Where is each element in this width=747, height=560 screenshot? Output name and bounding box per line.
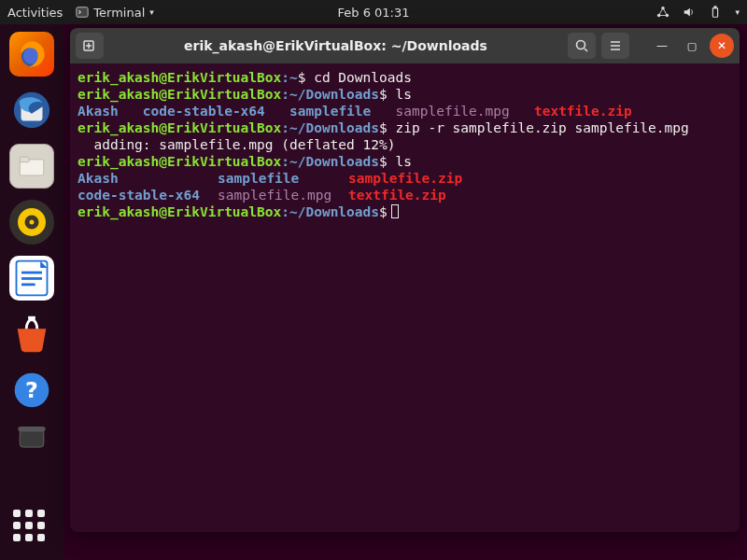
svg-text:?: ? bbox=[25, 377, 38, 403]
dock-help[interactable]: ? bbox=[9, 368, 54, 413]
activities-button[interactable]: Activities bbox=[7, 6, 63, 20]
svg-point-12 bbox=[30, 220, 35, 225]
gnome-topbar: Activities Terminal ▾ Feb 6 01:31 ▾ bbox=[0, 0, 747, 24]
term-line: Akash code-stable-x64 samplefile samplef… bbox=[78, 103, 732, 119]
svg-rect-14 bbox=[21, 272, 42, 274]
svg-rect-9 bbox=[20, 157, 29, 162]
term-line: adding: samplefile.mpg (deflated 12%) bbox=[78, 136, 732, 153]
volume-icon[interactable] bbox=[683, 6, 696, 19]
svg-rect-17 bbox=[28, 316, 35, 320]
window-title: erik_akash@ErikVirtualBox: ~/Downloads bbox=[109, 38, 562, 53]
svg-rect-0 bbox=[77, 7, 88, 18]
svg-rect-21 bbox=[18, 427, 45, 432]
search-button[interactable] bbox=[568, 33, 596, 59]
clock-label: Feb 6 01:31 bbox=[337, 6, 409, 20]
term-line: erik_akash@ErikVirtualBox:~/Downloads$ z… bbox=[78, 119, 732, 136]
new-tab-button[interactable] bbox=[76, 33, 104, 59]
app-menu-label: Terminal bbox=[93, 6, 145, 20]
svg-rect-5 bbox=[715, 7, 717, 8]
activities-label: Activities bbox=[7, 6, 63, 20]
dock-trash[interactable] bbox=[9, 424, 54, 452]
svg-rect-16 bbox=[21, 284, 35, 287]
dock-thunderbird[interactable] bbox=[9, 88, 54, 133]
minimize-button[interactable] bbox=[650, 34, 674, 58]
clock[interactable]: Feb 6 01:31 bbox=[337, 6, 409, 20]
term-line: Akashsamplefilesamplefile.zip bbox=[78, 170, 732, 187]
svg-rect-20 bbox=[20, 430, 44, 447]
term-line: code-stable-x64samplefile.mpgtextfile.zi… bbox=[78, 187, 732, 203]
maximize-button[interactable] bbox=[680, 34, 704, 58]
terminal-icon bbox=[76, 6, 89, 19]
battery-icon[interactable] bbox=[709, 6, 722, 19]
terminal-window: erik_akash@ErikVirtualBox: ~/Downloads e… bbox=[70, 28, 740, 532]
svg-point-23 bbox=[577, 41, 585, 49]
show-applications-button[interactable] bbox=[13, 510, 50, 547]
term-line: erik_akash@ErikVirtualBox:~/Downloads$ l… bbox=[78, 153, 732, 170]
chevron-down-icon: ▾ bbox=[149, 7, 154, 17]
close-button[interactable] bbox=[710, 34, 734, 58]
term-line: erik_akash@ErikVirtualBox:~$ cd Download… bbox=[78, 69, 732, 86]
terminal-body[interactable]: erik_akash@ErikVirtualBox:~$ cd Download… bbox=[70, 63, 740, 532]
dock-firefox[interactable] bbox=[9, 32, 54, 77]
dock-ubuntu-software[interactable] bbox=[9, 312, 54, 357]
svg-rect-4 bbox=[713, 8, 718, 18]
svg-rect-15 bbox=[21, 277, 42, 280]
app-menu[interactable]: Terminal ▾ bbox=[76, 6, 153, 20]
network-icon[interactable] bbox=[656, 6, 669, 19]
dock: ? bbox=[0, 24, 63, 560]
window-titlebar: erik_akash@ErikVirtualBox: ~/Downloads bbox=[70, 28, 740, 63]
dock-libreoffice-writer[interactable] bbox=[9, 256, 54, 301]
term-line: erik_akash@ErikVirtualBox:~/Downloads$ l… bbox=[78, 86, 732, 103]
system-menu-chevron-icon[interactable]: ▾ bbox=[735, 7, 740, 17]
dock-files[interactable] bbox=[9, 144, 54, 189]
term-line: erik_akash@ErikVirtualBox:~/Downloads$ bbox=[78, 203, 732, 220]
hamburger-menu-button[interactable] bbox=[601, 33, 629, 59]
cursor bbox=[391, 204, 399, 218]
dock-rhythmbox[interactable] bbox=[9, 200, 54, 245]
